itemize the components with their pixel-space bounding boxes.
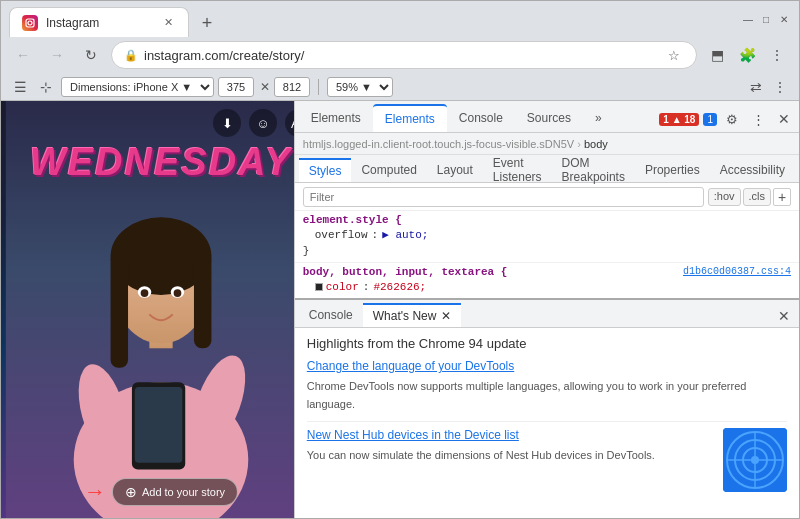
device-toolbar-icon[interactable]: ☰ xyxy=(9,76,31,98)
settings-button[interactable]: ⋮ xyxy=(763,41,791,69)
breadcrumb-active[interactable]: body xyxy=(584,138,608,150)
svg-point-3 xyxy=(33,18,35,20)
close-button[interactable]: ✕ xyxy=(777,12,791,26)
wn-card-1-desc: Chrome DevTools now supports multiple la… xyxy=(307,380,747,410)
css-property-overflow: overflow : ▶ auto; xyxy=(303,227,791,243)
wn-card-2-link[interactable]: New Nest Hub devices in the Device list xyxy=(307,428,713,442)
whats-new-tab-btn[interactable]: What's New ✕ xyxy=(363,303,462,327)
download-icon-btn[interactable]: ⬇ xyxy=(213,109,241,137)
css-rule-selector: element.style { xyxy=(303,214,791,226)
device-width[interactable]: 375 xyxy=(218,77,254,97)
story-background: ⬇ ☺ Aa WEDNESDAY → ⊕ Add to your story xyxy=(1,101,294,518)
more-options-icon[interactable]: ⋮ xyxy=(769,76,791,98)
devtools-panel: Elements Elements Console Sources » 1 ▲ … xyxy=(294,101,799,518)
devtools-overflow-btn[interactable]: ⋮ xyxy=(747,108,769,130)
computed-tab[interactable]: Computed xyxy=(351,158,426,182)
extensions-button[interactable]: 🧩 xyxy=(733,41,761,69)
prop-name-color1: color xyxy=(326,279,359,295)
breadcrumb-item[interactable]: htmljs.logged-in.client-root.touch.js-fo… xyxy=(303,138,574,150)
whats-new-title: Highlights from the Chrome 94 update xyxy=(307,336,787,351)
arrow-right-icon: → xyxy=(84,479,106,505)
filter-actions: :hov .cls + xyxy=(708,188,791,206)
tab-console[interactable]: Console xyxy=(447,104,515,132)
text-icon-btn[interactable]: Aa xyxy=(285,109,294,137)
tab-title: Instagram xyxy=(46,16,152,30)
tab-elements-active[interactable]: Elements xyxy=(373,104,447,132)
tab-favicon xyxy=(22,15,38,31)
inspect-icon[interactable]: ⊹ xyxy=(35,76,57,98)
accessibility-tab[interactable]: Accessibility xyxy=(710,158,795,182)
device-select[interactable]: Dimensions: iPhone X ▼ xyxy=(61,77,214,97)
wn-card-2-text: New Nest Hub devices in the Device list … xyxy=(307,428,713,463)
maximize-button[interactable]: □ xyxy=(759,12,773,26)
wn-card-1: Change the language of your DevTools Chr… xyxy=(307,359,787,413)
dimension-separator: ✕ xyxy=(260,80,270,94)
tab-sources[interactable]: Sources xyxy=(515,104,583,132)
bottom-tabs-bar: Console What's New ✕ ✕ xyxy=(295,300,799,328)
forward-button[interactable]: → xyxy=(43,41,71,69)
dom-breakpoints-tab[interactable]: DOM Breakpoints xyxy=(552,158,635,182)
url-actions: ☆ xyxy=(664,45,684,65)
url-bar[interactable]: 🔒 instagram.com/create/story/ ☆ xyxy=(111,41,697,69)
selector-text[interactable]: element.style { xyxy=(303,214,402,226)
story-overlay: ⬇ ☺ Aa WEDNESDAY → ⊕ Add to your story xyxy=(1,101,294,518)
bottom-panel-close-btn[interactable]: ✕ xyxy=(773,305,795,327)
tab-elements-btn[interactable]: Elements xyxy=(299,104,373,132)
css-rule-body-button: body, button, input, textarea { d1b6c0d0… xyxy=(295,263,799,298)
back-button[interactable]: ← xyxy=(9,41,37,69)
device-height[interactable]: 812 xyxy=(274,77,310,97)
story-preview-area: ⬇ ☺ Aa WEDNESDAY → ⊕ Add to your story xyxy=(1,101,294,518)
story-header: ⬇ ☺ Aa xyxy=(213,109,294,137)
browser-window: Instagram ✕ + — □ ✕ ← → ↻ 🔒 instagram.co… xyxy=(0,0,800,519)
cast-button[interactable]: ⬒ xyxy=(703,41,731,69)
title-bar: Instagram ✕ + — □ ✕ xyxy=(1,1,799,37)
prop-val-color1[interactable]: #262626; xyxy=(373,279,426,295)
add-style-btn[interactable]: + xyxy=(773,188,791,206)
css-close-brace: } xyxy=(303,243,791,259)
minimize-button[interactable]: — xyxy=(741,12,755,26)
layout-tab[interactable]: Layout xyxy=(427,158,483,182)
story-title-text: WEDNESDAY xyxy=(11,141,294,184)
colon: : xyxy=(372,227,379,243)
rotate-icon[interactable]: ⇄ xyxy=(745,76,767,98)
color-swatch-1 xyxy=(315,283,323,291)
new-tab-button[interactable]: + xyxy=(193,9,221,37)
hover-filter-btn[interactable]: :hov xyxy=(708,188,741,206)
refresh-button[interactable]: ↻ xyxy=(77,41,105,69)
wn-card-2-image xyxy=(723,428,787,492)
wn-card-1-text: Change the language of your DevTools Chr… xyxy=(307,359,787,413)
devtools-bottom-panel: Console What's New ✕ ✕ Highlights from t… xyxy=(295,298,799,518)
wn-card-1-link[interactable]: Change the language of your DevTools xyxy=(307,359,787,373)
error-badge: 1 ▲ 18 xyxy=(659,113,699,126)
event-listeners-tab[interactable]: Event Listeners xyxy=(483,158,552,182)
zoom-select[interactable]: 59% ▼ xyxy=(327,77,393,97)
active-tab[interactable]: Instagram ✕ xyxy=(9,7,189,37)
console-tab-btn[interactable]: Console xyxy=(299,303,363,327)
devtools-toolbar-right: 1 ▲ 18 1 ⚙ ⋮ ✕ xyxy=(659,108,795,132)
prop-value[interactable]: ▶ auto; xyxy=(382,227,428,243)
devtools-tabs-bar: Elements Elements Console Sources » 1 ▲ … xyxy=(295,101,799,133)
cls-filter-btn[interactable]: .cls xyxy=(743,188,772,206)
tab-close-button[interactable]: ✕ xyxy=(160,15,176,31)
element-breadcrumb: htmljs.logged-in.client-root.touch.js-fo… xyxy=(295,133,799,155)
selector-text-2[interactable]: body, button, input, textarea { xyxy=(303,266,508,278)
css-prop-color1: color : #262626; xyxy=(303,279,791,295)
bookmark-icon[interactable]: ☆ xyxy=(664,45,684,65)
emoji-icon-btn[interactable]: ☺ xyxy=(249,109,277,137)
dt-bar-right: ⇄ ⋮ xyxy=(745,76,791,98)
properties-tab[interactable]: Properties xyxy=(635,158,710,182)
tab-more[interactable]: » xyxy=(583,104,614,132)
styles-tabs: Styles Computed Layout Event Listeners D… xyxy=(295,155,799,183)
styles-tab[interactable]: Styles xyxy=(299,158,352,182)
add-to-story-bar: → ⊕ Add to your story xyxy=(84,478,238,506)
add-to-story-button[interactable]: ⊕ Add to your story xyxy=(112,478,238,506)
whats-new-close-icon[interactable]: ✕ xyxy=(441,309,451,323)
devtools-settings-button[interactable]: ⚙ xyxy=(721,108,743,130)
styles-filter-input[interactable] xyxy=(303,187,704,207)
css-rule-element-style: element.style { overflow : ▶ auto; } xyxy=(295,211,799,263)
plus-icon: ⊕ xyxy=(125,484,137,500)
rule-source-2[interactable]: d1b6c0d06387.css:4 xyxy=(683,266,791,278)
devtools-close-button[interactable]: ✕ xyxy=(773,108,795,130)
add-to-story-label: Add to your story xyxy=(142,486,225,498)
nest-hub-image xyxy=(723,428,787,492)
